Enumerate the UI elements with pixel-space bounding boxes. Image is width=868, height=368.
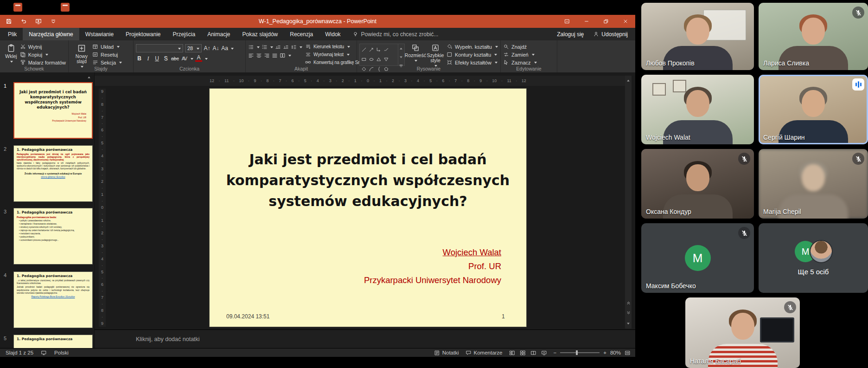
reading-view-button[interactable] [530, 350, 536, 356]
font-name-combo[interactable] [136, 44, 183, 52]
zoom-out-button[interactable]: − [554, 350, 557, 355]
participant-tile-3[interactable]: Wojciech Walat [641, 75, 754, 144]
close-button[interactable] [616, 15, 635, 28]
find-button[interactable]: Znajdź [503, 44, 537, 50]
ribbon-display-button[interactable] [557, 15, 577, 28]
participant-tile-8[interactable]: MЩе 5 осіб [759, 223, 868, 293]
sign-in-link[interactable]: Zaloguj się [557, 31, 584, 38]
slideshow-icon[interactable] [35, 18, 42, 25]
tab-pokaz-slajd-w[interactable]: Pokaz slajdów [236, 28, 284, 40]
align-left-button[interactable] [248, 52, 254, 58]
tab-widok[interactable]: Widok [319, 28, 346, 40]
bullets-button[interactable] [248, 44, 254, 50]
notes-pane[interactable]: Kliknij, aby dodać notatki [95, 329, 635, 348]
zoom-in-button[interactable]: + [603, 350, 606, 355]
shape-outline-button[interactable]: Kontury kształtu [447, 52, 498, 58]
qat-more-icon[interactable] [50, 18, 57, 25]
zoom-slider[interactable] [560, 352, 600, 353]
arrange-button[interactable]: Rozmieść [405, 40, 426, 62]
slide-thumbnail-1[interactable]: Jaki jest przedmiot i cel badań komparat… [13, 82, 93, 139]
participant-tile-4[interactable]: Сергій Шарин [759, 75, 868, 144]
shapes-scroll-up-icon[interactable] [399, 45, 403, 53]
scroll-down-icon[interactable] [626, 319, 631, 328]
fit-to-window-icon[interactable] [625, 350, 631, 356]
align-center-button[interactable] [256, 52, 262, 58]
vertical-ruler[interactable]: 9·8·7·6·5·4·3·2·1·0·1·2·3·4·5·6·7·8·9 [99, 89, 106, 327]
sh-rect[interactable] [360, 54, 368, 64]
cut-button[interactable]: Wytnij [20, 44, 66, 50]
grow-font-button[interactable]: A↑ [204, 45, 211, 52]
next-slide-button[interactable] [626, 309, 631, 317]
new-slide-button[interactable]: Nowy slajd [71, 40, 92, 68]
sh-elbow[interactable] [375, 45, 383, 54]
participant-tile-7[interactable]: MМаксим Бобечко [641, 223, 754, 293]
restore-button[interactable] [596, 15, 616, 28]
tab-projektowanie[interactable]: Projektowanie [120, 28, 166, 40]
previous-slide-button[interactable] [626, 299, 631, 307]
tab-recenzja[interactable]: Recenzja [284, 28, 319, 40]
numbering-button[interactable] [262, 44, 268, 50]
justify-button[interactable] [272, 52, 278, 58]
bold-button[interactable]: B [136, 55, 143, 62]
participant-tile-2[interactable]: Лариса Сливка [759, 3, 868, 70]
notes-toggle-button[interactable]: Notatki [434, 350, 459, 356]
app-icon[interactable] [13, 3, 22, 12]
minimize-button[interactable] [577, 15, 596, 28]
sh-line[interactable] [360, 45, 368, 54]
replace-button[interactable]: Zamień [503, 52, 537, 58]
normal-view-button[interactable] [509, 350, 515, 356]
zoom-percent[interactable]: 80% [610, 350, 621, 355]
align-right-button[interactable] [264, 52, 270, 58]
scroll-up-icon[interactable] [626, 77, 631, 85]
horizontal-ruler[interactable]: 12·11·10·9·8·7·6·5·4·3·2·1·0·1·2·3·4·5·6… [95, 76, 625, 86]
slide-authors[interactable]: Wojciech WalatProf. URPrzykarpacki Uniwe… [364, 245, 501, 287]
participant-tile-5[interactable]: Оксана Кондур [641, 149, 754, 219]
format-painter-button[interactable]: Malarz formatów [20, 59, 66, 65]
sh-scribble[interactable] [383, 45, 390, 54]
select-button[interactable]: Zaznacz [503, 59, 537, 65]
app-icon-2[interactable] [61, 3, 70, 12]
shrink-font-button[interactable]: A↓ [212, 45, 219, 52]
line-spacing-button[interactable] [291, 44, 297, 50]
tab-wstawianie[interactable]: Wstawianie [79, 28, 120, 40]
undo-icon[interactable] [20, 18, 27, 25]
comments-toggle-button[interactable]: Komentarze [466, 350, 503, 356]
shape-effects-button[interactable]: Efekty kształtów [447, 59, 498, 65]
sh-oval[interactable] [368, 54, 375, 64]
quick-styles-button[interactable]: Szybkie style [426, 40, 445, 67]
slide-thumbnail-4[interactable]: 1. Pedagogika porównawcza...o takiej pro… [13, 271, 93, 328]
tab-przej-cia[interactable]: Przejścia [166, 28, 201, 40]
save-icon[interactable] [6, 18, 12, 25]
text-shadow-button[interactable]: S [162, 55, 169, 62]
font-color-button[interactable]: A [195, 55, 202, 62]
character-spacing-button[interactable]: AV [181, 55, 188, 62]
font-size-combo[interactable]: 28 [185, 44, 202, 52]
layout-button[interactable]: Układ [92, 44, 122, 50]
vertical-scrollbar[interactable] [625, 76, 632, 329]
shape-fill-button[interactable]: Wypełn. kształtu [447, 44, 498, 50]
tab-narz-dzia-g-wne[interactable]: Narzędzia główne [23, 28, 79, 40]
shapes-scroll-down-icon[interactable] [399, 53, 403, 61]
sh-tri[interactable] [375, 54, 383, 64]
italic-button[interactable]: I [145, 55, 152, 62]
language-indicator[interactable]: Polski [54, 350, 69, 355]
display-settings-icon[interactable] [41, 350, 47, 356]
zoom-slider-handle[interactable] [576, 350, 578, 355]
slide-thumbnail-3[interactable]: 1. Pedagogika porównawczaPedagogika poró… [13, 208, 93, 265]
tab-animacje[interactable]: Animacje [201, 28, 236, 40]
reset-slide-button[interactable]: Resetuj [92, 52, 122, 58]
panel-scroll-up-icon[interactable] [87, 73, 91, 82]
slide-canvas[interactable]: Jaki jest przedmiot i cel badańkomparaty… [210, 89, 526, 327]
increase-indent-button[interactable] [283, 44, 289, 50]
share-button[interactable]: Udostępnij [593, 31, 628, 38]
slide-thumbnail-5[interactable]: 1. Pedagogika porównawcza [13, 335, 93, 348]
sh-arrow[interactable] [368, 45, 375, 54]
tell-me-box[interactable]: Powiedz mi, co chcesz zrobić... [352, 28, 439, 40]
participant-tile-1[interactable]: Любов Прокопів [641, 3, 754, 70]
slide-title[interactable]: Jaki jest przedmiot i cel badańkomparaty… [214, 149, 522, 212]
tab-plik[interactable]: Plik [2, 28, 23, 40]
slide-sorter-view-button[interactable] [520, 350, 526, 356]
decrease-indent-button[interactable] [275, 44, 281, 50]
section-button[interactable]: Sekcja [92, 59, 122, 65]
underline-button[interactable]: U [153, 55, 160, 62]
